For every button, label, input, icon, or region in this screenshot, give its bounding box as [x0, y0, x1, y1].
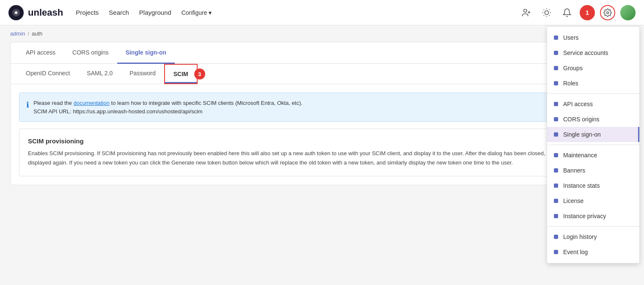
- tab-cors-origins[interactable]: CORS origins: [64, 42, 117, 64]
- single-sign-on-icon: [554, 132, 558, 137]
- breadcrumb-current: auth: [32, 30, 42, 37]
- user-avatar[interactable]: [620, 5, 636, 20]
- tab-saml-20[interactable]: SAML 2.0: [78, 64, 121, 84]
- tab-scim[interactable]: SCIM 3: [164, 64, 198, 84]
- logo-icon: [8, 5, 24, 20]
- menu-item-service-accounts[interactable]: Service accounts: [547, 45, 639, 60]
- menu-item-instance-stats[interactable]: Instance stats: [547, 178, 639, 193]
- scim-section: SCIM provisioning Enables SCIM provision…: [19, 129, 625, 176]
- content-area: ℹ Please read the documentation to learn…: [11, 84, 633, 185]
- notification-icon[interactable]: [559, 5, 575, 20]
- cors-origins-icon: [554, 117, 558, 121]
- svg-line-7: [544, 9, 544, 10]
- tab-api-access[interactable]: API access: [17, 42, 64, 64]
- secondary-tabs: OpenID Connect SAML 2.0 Password SCIM 3: [11, 64, 633, 84]
- menu-item-banners[interactable]: Banners: [547, 163, 639, 178]
- menu-item-groups[interactable]: Groups: [547, 60, 639, 76]
- svg-line-11: [544, 15, 544, 15]
- logo[interactable]: unleash: [8, 5, 63, 20]
- nav-playground[interactable]: Playground: [139, 9, 171, 16]
- info-banner-content: Please read the documentation to learn h…: [33, 99, 303, 115]
- tab-password[interactable]: Password: [121, 64, 164, 84]
- svg-point-13: [607, 11, 609, 14]
- info-banner: ℹ Please read the documentation to learn…: [19, 93, 625, 122]
- info-icon: ℹ: [26, 99, 29, 111]
- dropdown-menu: Users Service accounts Groups Roles API …: [547, 26, 640, 195]
- tab-container: API access CORS origins Single sign-on O…: [10, 42, 634, 185]
- scim-section-title: SCIM provisioning: [28, 137, 616, 145]
- groups-icon: [554, 66, 558, 70]
- menu-item-roles[interactable]: Roles: [547, 76, 639, 91]
- theme-icon[interactable]: [539, 5, 554, 20]
- tab-openid-connect[interactable]: OpenID Connect: [17, 64, 78, 84]
- service-accounts-icon: [554, 51, 558, 55]
- menu-item-license[interactable]: License: [547, 193, 639, 195]
- breadcrumb-separator: /: [28, 30, 29, 37]
- banners-icon: [554, 168, 558, 173]
- users-icon: [554, 36, 558, 40]
- menu-item-cors-origins[interactable]: CORS origins: [547, 112, 639, 127]
- add-user-icon[interactable]: [519, 5, 534, 20]
- divider-1: [547, 93, 639, 94]
- primary-tabs: API access CORS origins Single sign-on: [11, 42, 633, 64]
- badge-number-1[interactable]: 1: [580, 5, 595, 20]
- navbar: unleash Projects Search Playground Confi…: [0, 0, 644, 25]
- svg-line-8: [549, 15, 550, 15]
- roles-icon: [554, 81, 558, 85]
- menu-item-users[interactable]: Users: [547, 30, 639, 45]
- scim-step-badge: 3: [194, 69, 205, 79]
- breadcrumb-admin[interactable]: admin: [10, 30, 25, 37]
- settings-icon[interactable]: [600, 5, 615, 20]
- tab-single-sign-on[interactable]: Single sign-on: [117, 42, 175, 64]
- svg-point-1: [524, 9, 527, 12]
- menu-item-single-sign-on[interactable]: Single sign-on: [547, 127, 639, 142]
- logo-text: unleash: [28, 7, 63, 18]
- divider-2: [547, 145, 639, 145]
- documentation-link[interactable]: documentation: [74, 100, 110, 106]
- nav-configure[interactable]: Configure ▾: [182, 9, 212, 16]
- navbar-nav: Projects Search Playground Configure ▾: [76, 9, 212, 16]
- scim-section-description: Enables SCIM provisioning. If SCIM provi…: [28, 149, 616, 167]
- maintenance-icon: [554, 153, 558, 157]
- navbar-actions: 1: [519, 5, 636, 20]
- nav-search[interactable]: Search: [109, 9, 129, 16]
- instance-stats-icon: [554, 184, 558, 188]
- svg-point-4: [545, 11, 548, 14]
- api-access-icon: [554, 102, 558, 106]
- menu-item-maintenance[interactable]: Maintenance: [547, 148, 639, 163]
- svg-line-12: [549, 9, 550, 10]
- nav-projects[interactable]: Projects: [76, 9, 99, 16]
- menu-item-api-access[interactable]: API access: [547, 96, 639, 112]
- chevron-down-icon: ▾: [209, 9, 212, 16]
